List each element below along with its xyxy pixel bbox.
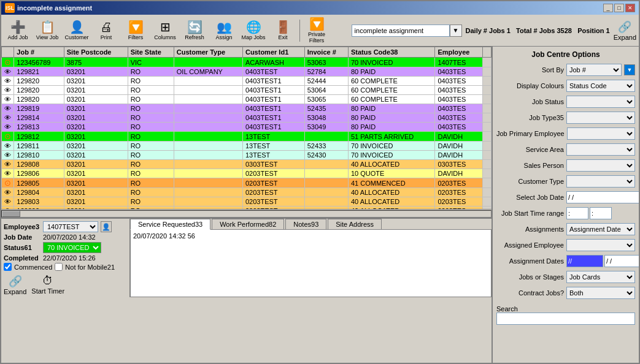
search-dropdown-button[interactable]: ▼ <box>450 25 462 37</box>
sales-person-select[interactable] <box>566 159 635 172</box>
view-job-icon: 📋 <box>40 21 55 33</box>
job-type-select[interactable] <box>566 112 635 124</box>
add-job-button[interactable]: ➕ Add Job <box>4 17 32 45</box>
col-cid[interactable]: Customer Id1 <box>242 47 304 58</box>
job-start-time-row: Job Start Time range <box>496 207 635 219</box>
status-select[interactable]: 70 INVOICED <box>43 242 101 253</box>
table-row[interactable]: 👁12981903201RO0403TEST15243580 PAID0403T… <box>2 104 492 113</box>
job-primary-employee-select[interactable] <box>567 127 635 140</box>
assignments-select[interactable]: Assignment Date <box>566 223 635 235</box>
exit-button[interactable]: 🚪 Exit <box>269 17 297 45</box>
close-button[interactable]: ✕ <box>625 4 635 12</box>
table-row[interactable]: 👁12982103201ROOIL COMPANY0403TEST5278480… <box>2 67 492 77</box>
table-row[interactable]: 👁12981403201RO0403TEST15304880 PAID0403T… <box>2 113 492 123</box>
customer-type-select[interactable] <box>566 175 635 188</box>
maximize-button[interactable]: □ <box>614 4 624 12</box>
search-input[interactable] <box>352 25 450 37</box>
jobs-or-stages-select[interactable]: Job Cards <box>566 271 635 283</box>
commenced-label: Commenced <box>14 264 52 271</box>
employee-icon-button[interactable]: 👤 <box>101 221 112 232</box>
table-row[interactable]: 👁12982003201RO0403TEST15306460 COMPLETE0… <box>2 86 492 95</box>
col-status[interactable]: Status Code38 <box>348 47 434 58</box>
assigned-employee-select[interactable] <box>566 239 635 251</box>
time-to-input[interactable] <box>590 207 612 219</box>
assignment-date-to-input[interactable] <box>604 255 639 267</box>
refresh-icon: 🔄 <box>187 21 202 33</box>
view-job-button[interactable]: 📋 View Job <box>33 17 61 45</box>
col-ctype[interactable]: Customer Type <box>174 47 242 58</box>
scrollbar-thumb[interactable] <box>2 211 20 217</box>
expand-button[interactable]: 🔗 Expand <box>614 20 636 41</box>
col-employee[interactable]: Employee <box>435 47 483 58</box>
employee-select[interactable]: 1407TEST <box>43 221 98 232</box>
exit-icon: 🚪 <box>276 21 291 33</box>
print-icon: 🖨 <box>100 21 112 33</box>
col-state[interactable]: Site State <box>128 47 174 58</box>
contract-jobs-select[interactable]: Both <box>566 287 635 299</box>
expand-action-button[interactable]: 🔗 Expand <box>4 275 26 295</box>
table-row[interactable]: 👁12982003201RO0403TEST15244460 COMPLETE0… <box>2 77 492 86</box>
assignment-date-from-input[interactable] <box>566 255 603 267</box>
display-colours-label: Display Colours <box>496 82 564 89</box>
commenced-checkbox[interactable] <box>4 263 12 271</box>
table-row[interactable]: ⊙12980503201RO0203TEST41 COMMENCED0203TE… <box>2 178 492 188</box>
filters-button[interactable]: 🔽 Filters <box>121 17 150 45</box>
assign-button[interactable]: 👥 Assign <box>210 17 238 45</box>
select-job-date-input[interactable] <box>566 191 639 203</box>
scrollbar-track[interactable] <box>1 210 492 218</box>
table-row[interactable]: 👁12981103201RO13TEST5243370 INVOICEDDAVI… <box>2 142 492 151</box>
service-area-select[interactable] <box>566 143 635 156</box>
table-row[interactable]: 👁12980403201RO0203TEST40 ALLOCATED0203TE… <box>2 188 492 197</box>
horizontal-scrollbar[interactable] <box>1 209 492 218</box>
employee-row: Employee3 1407TEST 👤 <box>4 221 127 232</box>
view-job-label: View Job <box>36 34 58 40</box>
col-invoice[interactable]: Invoice # <box>304 47 348 58</box>
private-filters-button[interactable]: 🔽 Private Filters <box>303 17 331 45</box>
not-mobile-checkbox[interactable] <box>55 263 63 271</box>
table-row[interactable]: 👁12981303201RO0403TEST15304980 PAID0403T… <box>2 123 492 132</box>
assignment-dates-range <box>566 255 639 267</box>
select-job-date-row: Select Job Date <box>496 191 635 203</box>
assigned-employee-row: Assigned Employee <box>496 239 635 251</box>
sort-by-select[interactable]: Job # <box>566 64 622 76</box>
table-row[interactable]: ⊙1234567893875VICACARWASH5306370 INVOICE… <box>2 58 492 67</box>
columns-button[interactable]: ⊞ Columns <box>151 17 179 45</box>
table-row[interactable]: 👁12980303201RO0203TEST40 ALLOCATED0203TE… <box>2 197 492 207</box>
display-colours-select[interactable]: Status Code <box>566 80 635 92</box>
employee-label: Employee3 <box>4 223 40 230</box>
minimize-button[interactable]: _ <box>603 4 613 12</box>
col-postcode[interactable]: Site Postcode <box>64 47 128 58</box>
table-row[interactable]: ⊙12981203201RO13TEST51 PARTS ARRIVEDDAVI… <box>2 132 492 142</box>
col-job[interactable]: Job # <box>14 47 64 58</box>
job-date-value: 20/07/2020 14:32 <box>43 233 96 241</box>
table-row[interactable]: 👁12982003201RO0403TEST15306560 COMPLETE0… <box>2 95 492 104</box>
refresh-button[interactable]: 🔄 Refresh <box>180 17 209 45</box>
completed-value: 22/07/2020 15:26 <box>43 254 96 262</box>
data-table-container[interactable]: Job # Site Postcode Site State Customer … <box>1 47 492 209</box>
tab-work-performed[interactable]: Work Performed82 <box>212 219 284 229</box>
tab-notes[interactable]: Notes93 <box>285 219 326 229</box>
columns-icon: ⊞ <box>160 21 171 33</box>
tab-site-address[interactable]: Site Address <box>328 219 382 229</box>
contract-jobs-row: Contract Jobs? Both <box>496 287 635 299</box>
eye-icon: 👁 <box>4 161 11 168</box>
customer-button[interactable]: 👤 Customer <box>63 17 91 45</box>
tab-service-requested[interactable]: Service Requested33 <box>130 219 210 230</box>
jobs-table: Job # Site Postcode Site State Customer … <box>1 47 492 209</box>
map-jobs-button[interactable]: 🌐 Map Jobs <box>239 17 268 45</box>
status-label: Status61 <box>4 244 40 251</box>
sort-by-row: Sort By Job # ▼ <box>496 64 635 76</box>
assignments-row: Assignments Assignment Date <box>496 223 635 235</box>
table-row[interactable]: 👁12981003201RO13TEST5243070 INVOICEDDAVI… <box>2 151 492 160</box>
select-job-date-label: Select Job Date <box>496 194 564 201</box>
table-row[interactable]: 👁12980603201RO0203TEST10 QUOTEDAVIDH <box>2 169 492 178</box>
contract-jobs-label: Contract Jobs? <box>496 289 564 297</box>
sort-direction-button[interactable]: ▼ <box>624 64 635 75</box>
start-timer-button[interactable]: ⏱ Start Timer <box>31 275 64 295</box>
left-panel: Job # Site Postcode Site State Customer … <box>1 47 492 363</box>
print-button[interactable]: 🖨 Print <box>92 17 120 45</box>
right-panel-search-input[interactable] <box>496 313 635 325</box>
time-from-input[interactable] <box>566 207 588 219</box>
table-row[interactable]: 👁12980803201RO0303TEST40 ALLOCATED0303TE… <box>2 160 492 169</box>
job-status-select[interactable] <box>566 96 635 108</box>
